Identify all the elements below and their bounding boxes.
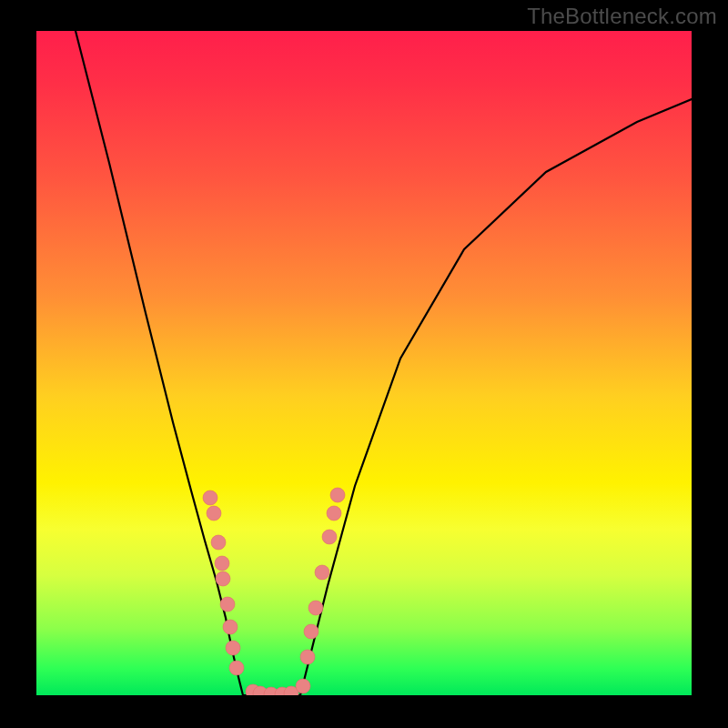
right-branch-curve	[300, 99, 692, 695]
chart-frame: TheBottleneck.com	[0, 0, 728, 728]
sample-dot	[226, 641, 240, 655]
curve-svg	[36, 31, 692, 695]
sample-dot	[322, 530, 337, 544]
plot-area	[36, 31, 692, 695]
sample-dot	[308, 601, 323, 615]
sample-dot	[216, 571, 230, 586]
sample-dot	[330, 488, 345, 502]
sample-dot	[327, 506, 341, 521]
sample-dot	[296, 679, 310, 693]
sample-dot	[304, 624, 318, 639]
sample-dot	[215, 556, 229, 571]
watermark-text: TheBottleneck.com	[527, 4, 717, 29]
sample-dots	[203, 488, 345, 695]
sample-dot	[203, 490, 217, 505]
left-branch-curve	[76, 31, 243, 695]
sample-dot	[315, 565, 329, 580]
sample-dot	[207, 506, 221, 521]
sample-dot	[211, 535, 226, 550]
sample-dot	[220, 597, 235, 612]
sample-dot	[229, 661, 244, 675]
sample-dot	[223, 620, 238, 634]
sample-dot	[300, 650, 315, 664]
